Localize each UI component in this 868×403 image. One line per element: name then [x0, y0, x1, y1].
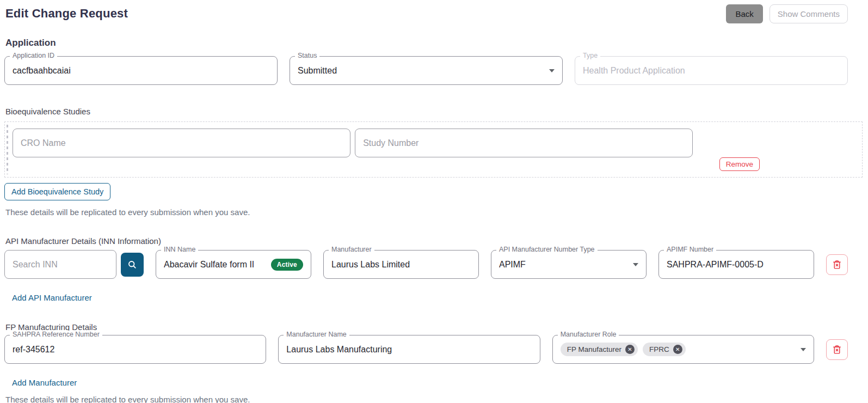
api-manufacturer-section-heading: API Manufacturer Details (INN Informatio… — [5, 236, 863, 246]
drag-handle[interactable] — [7, 125, 8, 174]
manufacturer-name-label: Manufacturer Name — [284, 331, 349, 338]
back-button[interactable]: Back — [726, 4, 762, 23]
api-manufacturer-number-type-select[interactable]: API Manufacturer Number Type APIMF — [491, 250, 647, 279]
type-value: Health Product Application — [583, 66, 685, 76]
bioequivalence-study-row: Remove — [4, 121, 863, 178]
sahpra-reference-number-field[interactable]: SAHPRA Reference Number — [4, 335, 266, 364]
manufacturer-role-multiselect[interactable]: Manufacturer Role FP Manufacturer ✕ FPRC… — [552, 335, 814, 364]
add-manufacturer-link[interactable]: Add Manufacturer — [12, 378, 77, 387]
manufacturer-name-field[interactable]: Manufacturer Name — [278, 335, 540, 364]
fp-manufacturing-row: SAHPRA Reference Number Manufacturer Nam… — [4, 335, 848, 364]
status-select[interactable]: Status Submitted — [290, 56, 563, 85]
caret-down-icon — [633, 263, 638, 266]
edit-change-request-page: Edit Change Request Back Show Comments A… — [0, 0, 868, 403]
sahpra-reference-number-input[interactable] — [13, 345, 258, 355]
trash-delete-icon — [832, 259, 842, 270]
manufacturer-label: Manufacturer — [329, 246, 374, 253]
close-circle-icon[interactable]: ✕ — [625, 345, 635, 354]
bioequivalence-section-heading: Bioequivalence Studies — [5, 107, 863, 116]
delete-api-manufacturer-button[interactable] — [826, 254, 848, 275]
sahpra-reference-number-label: SAHPRA Reference Number — [10, 331, 102, 338]
application-fields-row: Application ID Status Submitted Type Hea… — [4, 56, 848, 85]
api-manufacturer-row: INN Name Abacavir Sulfate form II Active… — [4, 250, 848, 279]
application-id-label: Application ID — [10, 52, 57, 59]
type-field: Type Health Product Application — [575, 56, 848, 85]
caret-down-icon — [801, 348, 806, 351]
remove-study-button[interactable]: Remove — [719, 157, 760, 171]
chip-label: FPRC — [649, 345, 669, 353]
topbar: Edit Change Request Back Show Comments — [4, 4, 863, 23]
inn-search-group — [4, 250, 144, 279]
close-circle-icon[interactable]: ✕ — [673, 345, 682, 354]
chip-fp-manufacturer: FP Manufacturer ✕ — [561, 343, 638, 356]
add-api-manufacturer-link[interactable]: Add API Manufacturer — [12, 293, 92, 302]
manufacturer-role-label: Manufacturer Role — [558, 331, 619, 338]
inn-name-value: Abacavir Sulfate form II — [164, 260, 254, 270]
cro-name-input[interactable] — [13, 129, 350, 157]
status-value: Submitted — [298, 66, 337, 76]
bioequivalence-note: These details will be replicated to ever… — [5, 207, 863, 217]
application-id-input[interactable] — [13, 66, 269, 76]
chip-fprc: FPRC ✕ — [643, 343, 686, 356]
manufacturer-name-input[interactable] — [286, 345, 532, 355]
bioequivalence-inputs — [13, 129, 855, 157]
apimf-number-field[interactable]: APIMF Number — [658, 250, 814, 279]
fp-manufacturing-section-heading: FP Manufacturing Details — [5, 322, 863, 332]
application-section-heading: Application — [5, 38, 863, 48]
trash-delete-icon — [832, 344, 842, 355]
api-manufacturer-number-type-value: APIMF — [499, 260, 526, 270]
caret-down-icon — [549, 69, 555, 72]
chip-label: FP Manufacturer — [567, 345, 621, 353]
delete-fp-manufacturer-button[interactable] — [826, 339, 848, 360]
application-id-field[interactable]: Application ID — [4, 56, 278, 85]
inn-name-label: INN Name — [161, 246, 198, 253]
apimf-number-input[interactable] — [667, 260, 806, 270]
manufacturer-role-chips: FP Manufacturer ✕ FPRC ✕ — [561, 343, 686, 356]
page-title: Edit Change Request — [5, 7, 128, 21]
add-bioequivalence-study-button[interactable]: Add Bioequivalence Study — [4, 183, 110, 200]
inn-name-field[interactable]: INN Name Abacavir Sulfate form II Active — [156, 250, 311, 279]
apimf-number-label: APIMF Number — [664, 246, 716, 253]
manufacturer-input[interactable] — [331, 260, 471, 270]
topbar-actions: Back Show Comments — [726, 4, 848, 23]
search-inn-button[interactable] — [121, 253, 144, 277]
fp-manufacturing-note: These details will be replicated to ever… — [5, 395, 863, 403]
type-label: Type — [580, 52, 600, 59]
study-number-input[interactable] — [355, 129, 693, 157]
manufacturer-field[interactable]: Manufacturer — [323, 250, 479, 279]
show-comments-button[interactable]: Show Comments — [769, 4, 848, 23]
search-inn-input[interactable] — [4, 250, 116, 279]
api-manufacturer-number-type-label: API Manufacturer Number Type — [496, 246, 598, 253]
status-label: Status — [295, 52, 319, 59]
active-status-badge: Active — [271, 259, 303, 271]
search-icon — [127, 259, 138, 270]
